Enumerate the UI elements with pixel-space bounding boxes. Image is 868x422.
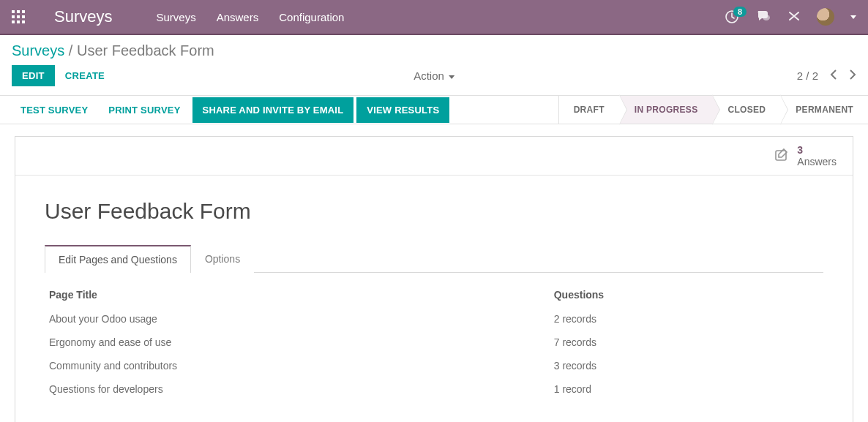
cell-page-title: Community and contributors — [46, 355, 550, 377]
test-survey-button[interactable]: TEST SURVEY — [12, 97, 97, 123]
pager-prev-icon[interactable] — [830, 69, 837, 82]
breadcrumb-current: User Feedback Form — [77, 42, 214, 59]
stage-closed[interactable]: CLOSED — [712, 96, 780, 124]
app-brand: Surveys — [54, 7, 112, 26]
pages-table: Page Title Questions About your Odoo usa… — [45, 282, 823, 402]
topbar-right: 8 — [725, 8, 856, 26]
share-invite-button[interactable]: SHARE AND INVITE BY EMAIL — [192, 97, 354, 123]
notif-badge: 8 — [733, 7, 747, 17]
answers-count: 3 — [797, 144, 837, 156]
action-dropdown[interactable]: Action — [414, 69, 454, 82]
table-row[interactable]: Community and contributors 3 records — [46, 355, 822, 377]
compose-icon — [774, 147, 790, 165]
user-menu-caret-icon[interactable] — [850, 15, 856, 19]
debug-tools-icon[interactable] — [787, 10, 801, 25]
activity-clock-icon[interactable]: 8 — [725, 10, 739, 24]
topbar: Surveys Surveys Answers Configuration 8 — [0, 0, 868, 35]
table-row[interactable]: Questions for developers 1 record — [46, 378, 822, 400]
apps-launcher-icon[interactable] — [12, 10, 25, 23]
sheet-wrap: 3 Answers User Feedback Form Edit Pages … — [0, 124, 868, 422]
stage-permanent[interactable]: PERMANENT — [780, 96, 868, 124]
pager: 2 / 2 — [797, 69, 856, 82]
breadcrumb: Surveys / User Feedback Form — [0, 35, 868, 62]
pager-count: 2 / 2 — [797, 69, 818, 82]
menu-answers[interactable]: Answers — [217, 11, 259, 23]
statusbar-actions: TEST SURVEY PRINT SURVEY SHARE AND INVIT… — [0, 96, 449, 124]
tab-options[interactable]: Options — [191, 245, 254, 273]
table-row[interactable]: Ergonomy and ease of use 7 records — [46, 331, 822, 353]
print-survey-button[interactable]: PRINT SURVEY — [100, 97, 189, 123]
form-title: User Feedback Form — [45, 199, 823, 224]
tab-edit-pages[interactable]: Edit Pages and Questions — [45, 245, 191, 273]
cell-questions: 3 records — [551, 355, 822, 377]
menu-configuration[interactable]: Configuration — [279, 11, 344, 23]
col-questions: Questions — [551, 283, 822, 306]
stage-draft[interactable]: DRAFT — [558, 96, 619, 124]
edit-button[interactable]: EDIT — [12, 65, 55, 86]
stage-track: DRAFT IN PROGRESS CLOSED PERMANENT — [558, 96, 868, 124]
cell-page-title: Questions for developers — [46, 378, 550, 400]
top-menu: Surveys Answers Configuration — [156, 11, 344, 23]
sheet-body: User Feedback Form Edit Pages and Questi… — [15, 176, 853, 422]
pager-next-icon[interactable] — [849, 69, 856, 82]
svg-point-1 — [763, 15, 770, 20]
breadcrumb-root[interactable]: Surveys — [12, 42, 64, 59]
table-row[interactable]: About your Odoo usage 2 records — [46, 308, 822, 330]
menu-surveys[interactable]: Surveys — [156, 11, 195, 23]
answers-stat-button[interactable]: 3 Answers — [774, 144, 837, 167]
view-results-button[interactable]: VIEW RESULTS — [356, 97, 449, 123]
user-avatar[interactable] — [817, 8, 834, 26]
form-sheet: 3 Answers User Feedback Form Edit Pages … — [15, 136, 853, 422]
statusbar: TEST SURVEY PRINT SURVEY SHARE AND INVIT… — [0, 95, 868, 124]
messaging-icon[interactable] — [755, 9, 771, 26]
col-page-title: Page Title — [46, 283, 550, 306]
stage-in-progress[interactable]: IN PROGRESS — [619, 96, 713, 124]
cell-questions: 2 records — [551, 308, 822, 330]
answers-label: Answers — [797, 156, 837, 167]
cell-questions: 7 records — [551, 331, 822, 353]
cell-questions: 1 record — [551, 378, 822, 400]
cell-page-title: Ergonomy and ease of use — [46, 331, 550, 353]
cell-page-title: About your Odoo usage — [46, 308, 550, 330]
control-row: EDIT CREATE Action 2 / 2 — [0, 62, 868, 95]
create-button[interactable]: CREATE — [55, 65, 115, 86]
sheet-header: 3 Answers — [15, 137, 853, 176]
tabstrip: Edit Pages and Questions Options — [45, 244, 823, 273]
